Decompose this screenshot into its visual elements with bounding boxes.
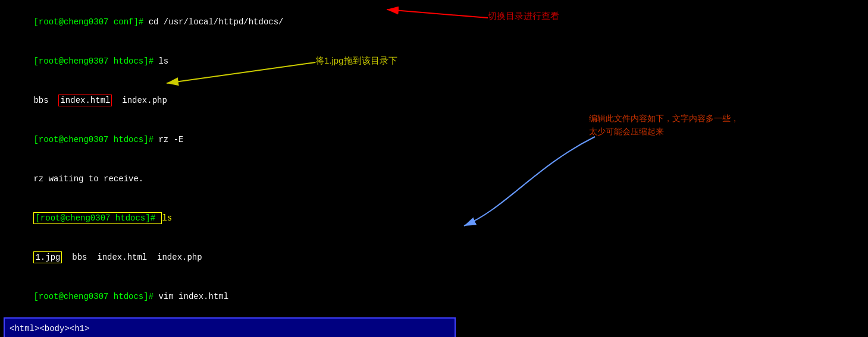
cmd-4: rz -E [158,135,183,144]
terminal-line-3: bbs index.html index.php [4,81,455,120]
prompt-6-highlighted: [root@cheng0307 htdocs]# [33,212,162,224]
page-wrapper: [root@cheng0307 conf]# cd /usr/local/htt… [0,0,868,337]
vim-editor: <html><body><h1> It works! <html><body><… [4,317,456,337]
terminal-line-7: 1.jpg bbs index.html index.php [4,238,455,277]
terminal-line-5: rz waiting to receive. [4,159,455,199]
output-rz: rz waiting to receive. [33,174,143,184]
cmd-1: cd /usr/local/httpd/htdocs/ [149,17,284,27]
terminal-line-4: [root@cheng0307 htdocs]# rz -E [4,120,455,159]
output-index-html-highlighted: index.html [58,95,112,106]
output-1jpg-highlighted: 1.jpg [33,251,62,263]
prompt-8: [root@cheng0307 htdocs]# [33,292,158,301]
terminal-line-6: [root@cheng0307 htdocs]# ls [4,199,455,238]
annotation-edit-file: 编辑此文件内容如下，文字内容多一些， 太少可能会压缩起来 [589,112,739,138]
cmd-6: ls [162,213,172,223]
terminal-line-2: [root@cheng0307 htdocs]# ls [4,42,455,81]
terminal: [root@cheng0307 conf]# cd /usr/local/htt… [0,0,458,337]
output-ls2: bbs index.html index.php [62,253,202,262]
prompt-2: [root@cheng0307 htdocs]# [33,56,158,66]
output-bbs: bbs [33,96,58,105]
output-index-php: index.php [112,96,167,105]
terminal-line-8: [root@cheng0307 htdocs]# vim index.html [4,277,455,316]
prompt-4: [root@cheng0307 htdocs]# [33,135,158,144]
prompt-1: [root@cheng0307 conf]# [33,17,148,27]
vim-line-1: <html><body><h1> [10,322,450,335]
annotation-switch-dir: 切换目录进行查看 [488,11,559,22]
terminal-line-1: [root@cheng0307 conf]# cd /usr/local/htt… [4,2,455,42]
cmd-8: vim index.html [158,292,228,301]
cmd-2: ls [158,56,168,66]
